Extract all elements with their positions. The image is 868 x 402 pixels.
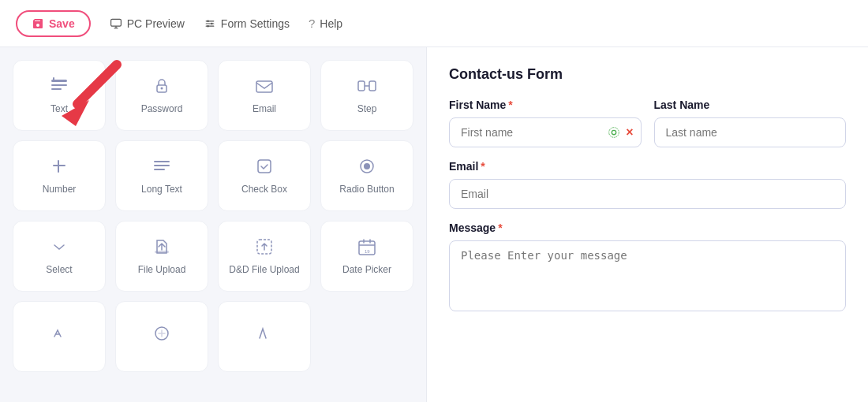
widget-misc3[interactable] (218, 301, 311, 372)
email-row: Email * (449, 160, 846, 209)
widget-check-box-label: Check Box (241, 184, 287, 196)
widget-misc1[interactable] (13, 301, 106, 372)
radio-button-widget-icon (356, 155, 378, 177)
widget-step[interactable]: Step (320, 60, 413, 131)
widget-email[interactable]: Email (218, 60, 311, 131)
text-widget-icon (48, 75, 70, 97)
misc2-widget-icon (151, 322, 173, 344)
widget-date-picker-label: Date Picker (342, 264, 391, 277)
form-preview-panel: Contact-us Form First Name * × (426, 47, 868, 402)
save-button[interactable]: Save (16, 10, 91, 37)
widget-misc2[interactable] (115, 301, 208, 372)
svg-point-2 (211, 22, 212, 24)
email-field: Email * (449, 160, 846, 209)
widget-panel: Text Password (0, 47, 426, 402)
svg-rect-12 (358, 81, 365, 91)
misc3-widget-icon (253, 322, 275, 344)
message-row: Message * (449, 221, 846, 315)
widget-check-box[interactable]: Check Box (218, 140, 311, 211)
last-name-input[interactable] (654, 117, 847, 147)
date-picker-widget-icon: 19 (356, 236, 378, 258)
svg-rect-0 (110, 19, 121, 26)
message-field: Message * (449, 221, 846, 315)
svg-rect-8 (53, 77, 54, 81)
select-widget-icon (48, 236, 70, 258)
widget-long-text-label: Long Text (141, 184, 182, 196)
svg-rect-16 (154, 161, 170, 162)
message-textarea[interactable] (449, 240, 846, 311)
check-box-widget-icon (253, 155, 275, 177)
misc1-widget-icon (48, 322, 70, 344)
first-name-settings-icon[interactable] (607, 125, 621, 140)
widget-radio-button-label: Radio Button (339, 184, 394, 196)
message-input-wrap (449, 240, 846, 315)
widget-password[interactable]: Password (115, 60, 208, 131)
email-widget-icon (253, 75, 275, 97)
help-button[interactable]: ? Help (309, 17, 342, 30)
svg-rect-13 (369, 81, 376, 91)
email-input[interactable] (449, 179, 846, 209)
step-widget-icon (356, 75, 378, 97)
monitor-icon (110, 17, 122, 30)
password-widget-icon (151, 75, 173, 97)
last-name-label: Last Name (654, 99, 847, 111)
settings-icon (204, 17, 216, 30)
svg-rect-11 (256, 81, 272, 92)
widget-number-label: Number (43, 184, 77, 196)
widget-text-label: Text (51, 103, 68, 116)
svg-rect-17 (154, 165, 170, 166)
file-upload-widget-icon (151, 236, 173, 258)
widget-long-text[interactable]: Long Text (115, 140, 208, 211)
long-text-widget-icon (151, 155, 173, 177)
svg-rect-18 (154, 169, 165, 170)
svg-rect-19 (258, 160, 271, 173)
svg-point-3 (207, 25, 208, 27)
last-name-input-wrap (654, 117, 847, 147)
topbar: Save PC Preview Form Settings ? Help (0, 0, 868, 47)
svg-point-21 (364, 163, 370, 169)
last-name-field: Last Name (654, 99, 847, 147)
widget-email-label: Email (253, 103, 276, 116)
message-label: Message * (449, 221, 846, 234)
first-name-input-wrap: × (449, 117, 642, 147)
widget-step-label: Step (357, 103, 377, 116)
svg-text:19: 19 (365, 249, 370, 254)
svg-rect-6 (51, 84, 67, 86)
form-title: Contact-us Form (449, 66, 846, 83)
svg-rect-15 (53, 165, 65, 166)
widget-select[interactable]: Select (13, 221, 106, 292)
dnd-file-upload-widget-icon (253, 236, 275, 258)
widget-dnd-file-upload-label: D&D File Upload (229, 264, 299, 277)
pc-preview-button[interactable]: PC Preview (110, 17, 185, 30)
first-name-field: First Name * × (449, 99, 642, 147)
widget-dnd-file-upload[interactable]: D&D File Upload (218, 221, 311, 292)
widget-file-upload-label: File Upload (138, 264, 186, 277)
first-name-remove-icon[interactable]: × (626, 125, 633, 140)
widget-file-upload[interactable]: File Upload (115, 221, 208, 292)
widget-select-label: Select (46, 264, 72, 277)
widget-date-picker[interactable]: 19 Date Picker (320, 221, 413, 292)
name-row: First Name * × Last Name (449, 99, 846, 147)
email-label: Email * (449, 160, 846, 173)
number-widget-icon (48, 155, 70, 177)
first-name-icons: × (607, 125, 633, 140)
widget-grid: Text Password (13, 60, 413, 372)
svg-point-1 (207, 20, 208, 21)
widget-number[interactable]: Number (13, 140, 106, 211)
email-input-wrap (449, 179, 846, 209)
save-icon (32, 17, 44, 30)
svg-rect-7 (51, 88, 62, 90)
first-name-label: First Name * (449, 99, 642, 111)
main-layout: Text Password (0, 47, 868, 402)
widget-radio-button[interactable]: Radio Button (320, 140, 413, 211)
svg-point-10 (161, 87, 163, 90)
widget-password-label: Password (141, 103, 183, 116)
widget-text[interactable]: Text (13, 60, 106, 131)
form-settings-button[interactable]: Form Settings (204, 17, 290, 30)
